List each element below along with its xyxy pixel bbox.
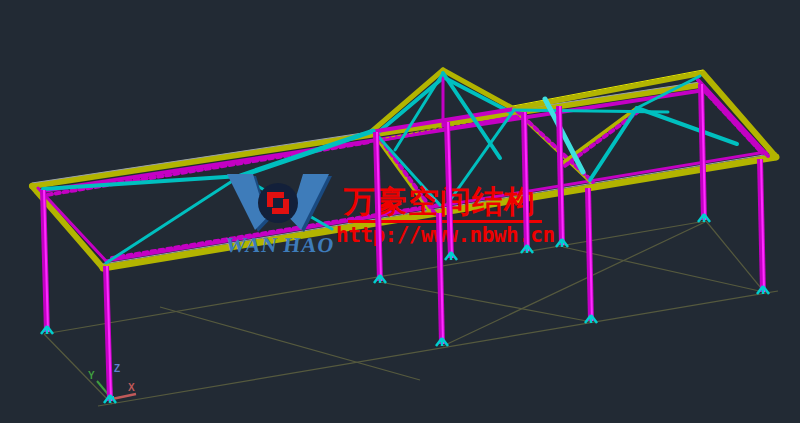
ground-grid (44, 221, 778, 406)
edge-highlight (103, 153, 776, 264)
ucs-x-axis (112, 394, 136, 399)
ground-diagonal (443, 222, 705, 346)
roof-truss (32, 70, 776, 268)
ground-diagonal (563, 247, 764, 292)
ucs-y-label: Y (88, 370, 95, 381)
ucs-z-label: Z (114, 363, 120, 374)
left-end-beam (32, 186, 103, 268)
ground-line-front (98, 291, 778, 406)
structure-3d-wireframe: X Y Z (0, 0, 800, 423)
brace (637, 108, 737, 144)
left-end-chord (38, 188, 107, 262)
ground-line-left (44, 334, 112, 404)
ucs-origin (109, 396, 114, 401)
ground-line-right (706, 221, 765, 293)
ucs-icon: X Y Z (88, 363, 136, 401)
cad-viewport[interactable]: X Y Z WAN HAO 万豪空间结构 http://www.nbwh.cn (0, 0, 800, 423)
brace (375, 133, 440, 205)
front-eave-beam (103, 157, 776, 268)
ground-diagonal (160, 307, 420, 380)
brace (590, 108, 637, 180)
truss-teeth (112, 205, 438, 258)
right-hip-beam (703, 73, 776, 157)
ucs-z-axis (110, 374, 112, 399)
web-diagonal (560, 108, 637, 165)
ucs-x-label: X (128, 382, 135, 393)
gable-right-inner-chord (443, 77, 510, 112)
brace (240, 176, 332, 229)
web-diagonal (372, 131, 432, 214)
ground-diagonal (380, 282, 592, 322)
